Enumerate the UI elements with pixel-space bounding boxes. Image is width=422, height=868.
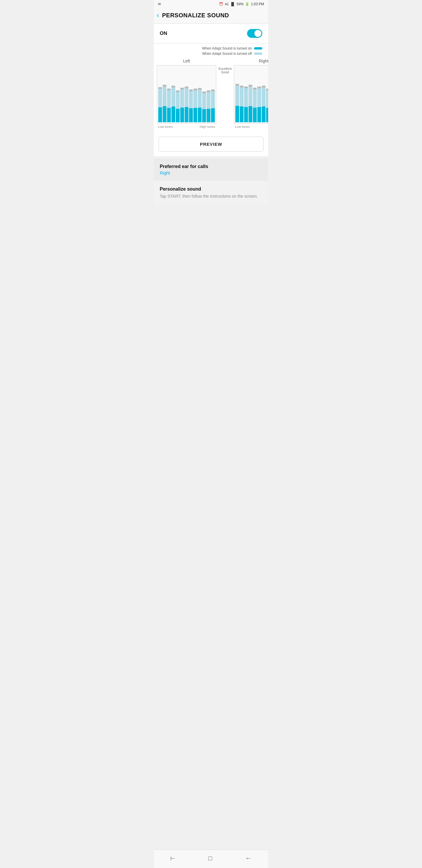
bar-container [158, 89, 162, 122]
back-button[interactable]: ‹ [157, 11, 159, 19]
bar-active [266, 108, 268, 122]
bar-container [244, 88, 248, 122]
bar-active [211, 108, 215, 122]
bar-wrapper [249, 67, 252, 122]
bar-container [262, 87, 265, 122]
bar-wrapper [211, 67, 215, 122]
right-x-labels: Low tones High tones [234, 125, 268, 128]
bar-container [193, 90, 197, 122]
bar-active [176, 109, 180, 122]
status-bar: ✉ ⏰ 4G ▐▌ 54% 🔋 1:03 PM [154, 0, 268, 8]
bar-wrapper [240, 67, 244, 122]
on-toggle-switch[interactable] [247, 29, 262, 38]
bar-wrapper [163, 67, 166, 122]
right-chart-label: Right [259, 59, 268, 63]
bar-container [185, 88, 188, 122]
bar-container [189, 91, 193, 122]
bar-active [189, 108, 193, 122]
bar-container [198, 90, 202, 122]
left-chart-label: Left [183, 59, 190, 63]
battery-icon: 🔋 [245, 2, 249, 6]
bar-container [167, 90, 171, 122]
bar-wrapper [206, 67, 210, 122]
toggle-knob [254, 30, 261, 37]
on-label: ON [160, 31, 167, 36]
signal-icon: ▐▌ [230, 2, 235, 6]
legend-off-label: When Adapt Sound is turned off [202, 52, 252, 56]
bar-wrapper [244, 67, 248, 122]
bar-wrapper [167, 67, 171, 122]
bar-container [257, 88, 261, 122]
bar-container [202, 93, 206, 122]
bar-wrapper [262, 67, 265, 122]
left-x-labels: Low tones High tones [157, 125, 216, 128]
bar-active [240, 106, 244, 122]
right-low-tones: Low tones [235, 125, 250, 128]
legend-off-item: When Adapt Sound is turned off [202, 52, 262, 56]
bar-container [180, 89, 184, 122]
bar-container [253, 89, 257, 122]
bar-wrapper [235, 67, 239, 122]
bar-wrapper [198, 67, 202, 122]
mail-icon: ✉ [158, 2, 161, 6]
legend-on-item: When Adapt Sound is turned on [202, 46, 262, 51]
bar-active [206, 109, 210, 122]
bar-container [266, 90, 268, 122]
preview-section: PREVIEW [154, 132, 268, 156]
bar-container [235, 86, 239, 122]
bar-wrapper [180, 67, 184, 122]
bar-active [193, 108, 197, 122]
bar-active [171, 106, 175, 122]
left-chart-area [157, 65, 216, 124]
bar-active [158, 107, 162, 122]
left-chart: Left Low tones High tones [157, 59, 216, 128]
bar-container [163, 87, 166, 122]
bar-active [253, 107, 257, 122]
preferred-ear-section[interactable]: Preferred ear for calls Right [154, 159, 268, 181]
bar-active [202, 109, 206, 122]
legend-off-color [254, 53, 262, 55]
page-title: PERSONALIZE SOUND [162, 12, 229, 19]
legend-on-color [254, 47, 262, 50]
bar-container [211, 91, 215, 122]
right-chart: Right Low tones High tones [234, 59, 268, 128]
on-toggle-row: ON [154, 24, 268, 43]
personalize-sound-title: Personalize sound [160, 186, 262, 192]
bar-wrapper [266, 67, 268, 122]
bar-active [249, 106, 252, 122]
bar-active [180, 107, 184, 122]
bar-wrapper [171, 67, 175, 122]
status-left: ✉ [158, 2, 161, 6]
status-right: ⏰ 4G ▐▌ 54% 🔋 1:03 PM [219, 2, 264, 6]
preferred-ear-value: Right [160, 170, 262, 175]
bar-wrapper [193, 67, 197, 122]
app-header: ‹ PERSONALIZE SOUND [154, 8, 268, 24]
preview-button[interactable]: PREVIEW [159, 137, 263, 152]
alarm-icon: ⏰ [219, 2, 223, 6]
bar-active [244, 107, 248, 122]
legend-on-label: When Adapt Sound is turned on [202, 46, 252, 51]
bar-active [262, 106, 265, 122]
bar-active [163, 106, 166, 122]
bar-wrapper [158, 67, 162, 122]
personalize-sound-section: Personalize sound Tap START, then follow… [154, 181, 268, 205]
battery-percent: 54% [236, 2, 244, 6]
bar-wrapper [253, 67, 257, 122]
chart-legend: When Adapt Sound is turned on When Adapt… [154, 43, 268, 57]
good-label: Good [221, 70, 229, 74]
network-icon: 4G [225, 3, 229, 6]
bar-wrapper [257, 67, 261, 122]
chart-center-labels: Excellent Good _ [216, 59, 234, 85]
bar-container [171, 87, 175, 122]
bar-container [249, 87, 252, 122]
personalize-sound-desc: Tap START, then follow the instructions … [160, 193, 262, 199]
bar-wrapper [189, 67, 193, 122]
chart-section: Left Low tones High tones Excellent Good… [154, 57, 268, 132]
excellent-label: Excellent [219, 67, 232, 70]
bar-active [257, 107, 261, 122]
left-high-tones: High tones [200, 125, 215, 128]
bar-wrapper [176, 67, 180, 122]
bar-container [206, 92, 210, 122]
bar-container [240, 87, 244, 122]
bar-active [185, 107, 188, 122]
